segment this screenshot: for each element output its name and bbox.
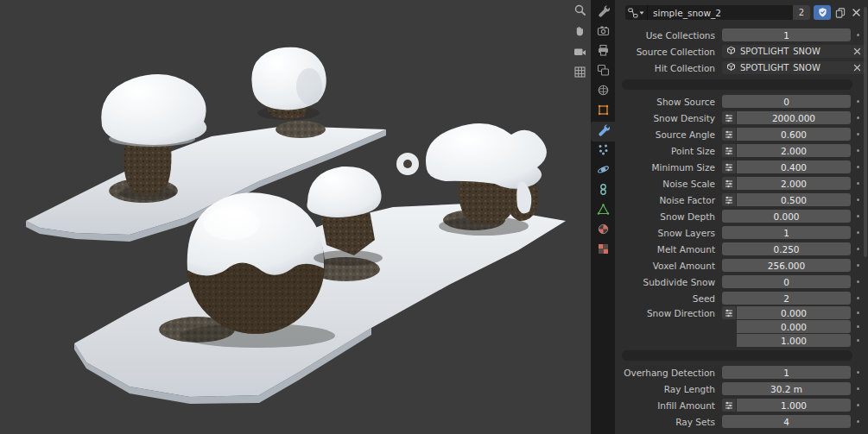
tab-world[interactable] [591, 82, 615, 102]
subpanel-header[interactable] [622, 350, 852, 361]
snow-direction-x-field[interactable]: 0.000 [737, 306, 851, 319]
prop-row: Melt Amount 0.250 [620, 241, 865, 257]
tab-object[interactable] [591, 102, 615, 122]
prop-label: Hit Collection [620, 63, 722, 73]
tab-object-data[interactable] [591, 201, 615, 221]
copy-icon[interactable] [833, 5, 847, 20]
node-group-name-field[interactable]: simple_snow_2 [648, 5, 793, 20]
tab-render[interactable] [591, 22, 615, 42]
fake-user-shield-icon[interactable] [814, 5, 831, 20]
prop-label: Source Angle [620, 129, 722, 140]
ray-length-field[interactable]: 30.2 m [722, 382, 851, 395]
properties-panel: simple_snow_2 2 Use Collections 1 Source… [615, 0, 868, 434]
attribute-toggle-icon[interactable] [722, 306, 736, 319]
chevron-down-icon [639, 10, 644, 16]
source-collection-field[interactable]: SPOTLIGHT_SNOW [722, 45, 865, 58]
zoom-icon[interactable] [572, 2, 587, 17]
decorator-dot[interactable] [851, 387, 865, 390]
decorator-dot[interactable] [851, 325, 865, 328]
grid-ortho-icon[interactable] [572, 64, 587, 79]
decorator-dot[interactable] [851, 297, 865, 299]
prop-row: Use Collections 1 [620, 27, 865, 43]
prop-row: Noise Factor 0.500 [620, 192, 865, 208]
tab-output[interactable] [591, 42, 615, 62]
use-collections-field[interactable]: 1 [722, 28, 851, 41]
collection-name: SPOTLIGHT_SNOW [740, 47, 849, 56]
subpanel-header[interactable] [622, 79, 852, 90]
snow-layers-field[interactable]: 1 [722, 226, 851, 239]
particles-icon [597, 143, 610, 160]
node-group-browse-icon[interactable] [625, 5, 648, 20]
decorator-dot[interactable] [851, 280, 865, 283]
melt-amount-field[interactable]: 0.250 [722, 242, 851, 255]
tab-physics[interactable] [591, 161, 615, 181]
decorator-dot[interactable] [851, 311, 865, 314]
snow-density-field[interactable]: 2000.000 [737, 111, 851, 124]
texture-icon [597, 242, 610, 259]
prop-row: Point Size 2.000 [620, 142, 865, 159]
decorator-dot[interactable] [851, 404, 865, 406]
tab-constraints[interactable] [591, 181, 615, 201]
tab-tool[interactable] [591, 3, 615, 22]
snow-direction-z-field[interactable]: 1.000 [737, 334, 851, 347]
prop-label: Voxel Amount [620, 261, 722, 271]
attribute-toggle-icon[interactable] [722, 128, 736, 141]
seed-field[interactable]: 2 [722, 292, 851, 305]
prop-row: Show Source 0 [620, 93, 865, 110]
prop-label: Snow Layers [620, 228, 722, 238]
decorator-dot[interactable] [851, 420, 865, 423]
subdivide-snow-field[interactable]: 0 [722, 275, 851, 288]
prop-row: Snow Depth 0.000 [620, 208, 865, 224]
pan-hand-icon[interactable] [572, 22, 587, 38]
attribute-toggle-icon[interactable] [722, 399, 736, 412]
scrollbar[interactable] [864, 7, 867, 257]
overhang-detection-field[interactable]: 1 [722, 366, 851, 379]
world-icon [597, 84, 610, 100]
prop-row: Subdivide Snow 0 [620, 274, 865, 290]
prop-label: Infill Amount [620, 400, 722, 411]
camera-view-icon[interactable] [572, 43, 587, 59]
source-angle-field[interactable]: 0.600 [737, 128, 851, 141]
attribute-toggle-icon[interactable] [722, 111, 736, 124]
unlink-x-icon[interactable] [853, 63, 861, 73]
close-icon[interactable] [849, 5, 864, 20]
infill-amount-field[interactable]: 1.000 [737, 399, 851, 412]
properties-tab-strip [591, 0, 615, 434]
prop-row: Snow Density 2000.000 [620, 110, 865, 126]
tab-particles[interactable] [591, 142, 615, 161]
tab-texture[interactable] [591, 241, 615, 261]
point-size-field[interactable]: 2.000 [737, 144, 851, 157]
attribute-toggle-icon[interactable] [722, 160, 736, 173]
unlink-x-icon[interactable] [853, 47, 861, 57]
prop-label: Snow Direction [620, 306, 722, 320]
tab-material[interactable] [591, 221, 615, 241]
blender-window: simple_snow_2 2 Use Collections 1 Source… [0, 0, 868, 434]
user-count-badge[interactable]: 2 [793, 5, 810, 20]
attribute-toggle-icon[interactable] [722, 193, 736, 206]
tab-view-layer[interactable] [591, 62, 615, 82]
decorator-dot[interactable] [851, 264, 865, 267]
voxel-amount-field[interactable]: 256.000 [722, 259, 851, 272]
show-source-field[interactable]: 0 [722, 95, 851, 108]
3d-viewport[interactable] [0, 0, 591, 434]
ray-sets-field[interactable]: 4 [722, 415, 851, 428]
attribute-toggle-icon[interactable] [722, 177, 736, 190]
prop-label: Overhang Detection [620, 368, 722, 378]
attribute-toggle-icon[interactable] [722, 144, 736, 157]
snow-direction-y-field[interactable]: 0.000 [737, 320, 851, 333]
collection-icon [726, 62, 736, 73]
prop-row: Source Collection SPOTLIGHT_SNOW [620, 43, 865, 60]
tab-modifiers[interactable] [591, 122, 615, 142]
noise-scale-field[interactable]: 2.000 [737, 177, 851, 190]
hit-collection-field[interactable]: SPOTLIGHT_SNOW [722, 61, 865, 74]
decorator-dot[interactable] [851, 339, 865, 342]
prop-row: Noise Scale 2.000 [620, 175, 865, 192]
prop-label: Show Source [620, 97, 722, 107]
collection-name: SPOTLIGHT_SNOW [740, 63, 849, 72]
decorator-dot[interactable] [851, 371, 865, 374]
noise-factor-field[interactable]: 0.500 [737, 193, 851, 206]
object-data-icon [597, 203, 610, 219]
minimum-size-field[interactable]: 0.400 [737, 160, 851, 173]
output-icon [597, 44, 610, 60]
snow-depth-field[interactable]: 0.000 [722, 210, 851, 223]
